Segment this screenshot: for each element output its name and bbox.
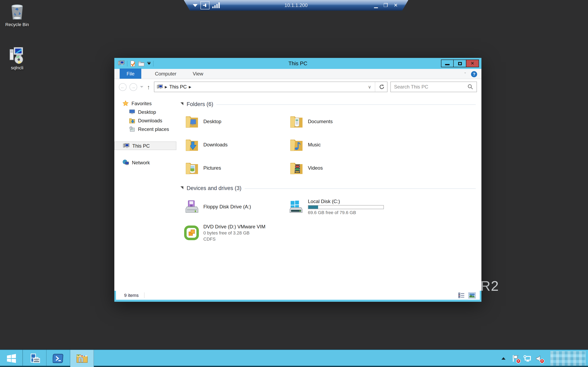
qat-separator: [127, 60, 127, 66]
status-separator: [144, 292, 145, 298]
vmware-console-bar: 10.1.1.200 ▁ ❐ ✕: [184, 0, 408, 11]
refresh-button[interactable]: [379, 84, 385, 90]
address-toolbar: ← → ↑ ▶ This PC ▶ ∨: [114, 79, 481, 95]
nav-recent-places[interactable]: Recent places: [114, 125, 179, 133]
group-divider: [245, 188, 476, 189]
file-explorer-button[interactable]: [70, 350, 94, 367]
system-tray: ✕ ✕: [502, 350, 588, 367]
address-bar[interactable]: ▶ This PC ▶ ∨: [154, 82, 388, 92]
tile-label: Documents: [308, 118, 333, 124]
console-restore-button[interactable]: ❐: [383, 3, 388, 8]
volume-muted-icon[interactable]: ✕: [535, 355, 543, 362]
server-manager-icon: [29, 353, 40, 364]
properties-button[interactable]: [130, 60, 136, 67]
tile-label: DVD Drive (D:) VMware VIM: [203, 224, 265, 230]
item-count: 9 items: [124, 293, 139, 298]
search-icon[interactable]: [467, 84, 473, 90]
tile-downloads[interactable]: Downloads: [184, 133, 288, 156]
close-button[interactable]: ✕: [466, 59, 479, 67]
tile-local-disk-c[interactable]: Local Disk (C:) 69.6 GB free of 79.6 GB: [288, 194, 393, 220]
desktop-screen: 10.1.1.200 ▁ ❐ ✕ Recycle Bin: [0, 0, 588, 367]
collapse-group-icon[interactable]: [181, 186, 183, 189]
nav-favorites[interactable]: Favorites: [114, 99, 179, 108]
server-manager-button[interactable]: [23, 350, 47, 367]
nav-this-pc[interactable]: This PC: [114, 142, 176, 150]
tile-label: Desktop: [203, 118, 221, 124]
help-button[interactable]: ?: [471, 71, 477, 77]
collapse-group-icon[interactable]: [181, 102, 183, 105]
show-hidden-icons-button[interactable]: [502, 357, 506, 360]
tile-label: Pictures: [203, 165, 221, 171]
error-badge: ✕: [516, 359, 521, 363]
dvd-free-text: 0 bytes free of 3.28 GB: [203, 230, 265, 236]
group-header-folders[interactable]: Folders (6): [181, 101, 476, 107]
address-separator: [375, 82, 375, 92]
network-icon: [523, 355, 531, 362]
tile-label: Floppy Disk Drive (A:): [203, 204, 251, 210]
muted-badge: ✕: [540, 359, 544, 363]
tile-label: Music: [308, 142, 321, 147]
start-button[interactable]: [0, 350, 23, 367]
documents-folder-icon: [288, 114, 304, 129]
downloads-folder-icon: [184, 137, 199, 152]
expand-ribbon-icon[interactable]: ˇ: [465, 72, 466, 76]
this-pc-icon: [156, 84, 163, 90]
search-box[interactable]: [390, 82, 477, 92]
tab-computer[interactable]: Computer: [149, 68, 182, 79]
recent-locations-caret-icon[interactable]: [140, 86, 143, 88]
title-bar[interactable]: This PC ✕: [114, 58, 481, 69]
customize-qat-button[interactable]: [147, 62, 151, 65]
up-button[interactable]: ↑: [147, 83, 150, 90]
powershell-icon: [53, 354, 64, 363]
tile-videos[interactable]: Videos: [288, 156, 393, 179]
desktop-icon-label: Recycle Bin: [2, 22, 32, 27]
system-menu-icon[interactable]: [118, 60, 125, 67]
tile-documents[interactable]: Documents: [288, 110, 393, 133]
installer-icon: [8, 46, 26, 64]
tile-floppy-drive[interactable]: Floppy Disk Drive (A:): [184, 194, 288, 220]
clock-redacted-area[interactable]: [550, 351, 586, 366]
breadcrumb-root[interactable]: This PC: [169, 84, 187, 90]
tile-music[interactable]: Music: [288, 133, 393, 156]
forward-button[interactable]: →: [130, 83, 137, 91]
tab-file[interactable]: File: [120, 68, 141, 79]
group-title: Folders (6): [187, 101, 213, 107]
breadcrumb-arrow-icon: ▶: [165, 85, 167, 89]
tile-dvd-drive[interactable]: DVD Drive (D:) VMware VIM 0 bytes free o…: [184, 220, 288, 246]
tile-pictures[interactable]: Pictures: [184, 156, 288, 179]
large-icons-view-button[interactable]: [468, 292, 476, 298]
pictures-folder-icon: [184, 160, 199, 175]
dvd-filesystem-text: CDFS: [203, 236, 265, 242]
maximize-button[interactable]: [454, 59, 466, 67]
address-dropdown-icon[interactable]: ∨: [368, 84, 371, 90]
action-center-icon[interactable]: ✕: [512, 355, 519, 362]
desktop-icon-sqlncli[interactable]: sqlncli: [2, 46, 32, 70]
window-title: This PC: [114, 60, 481, 67]
details-view-button[interactable]: [458, 292, 465, 298]
tab-view[interactable]: View: [187, 68, 209, 79]
desktop-icon-label: sqlncli: [2, 65, 32, 70]
minimize-button[interactable]: [441, 59, 454, 67]
network-status-icon[interactable]: [523, 355, 531, 362]
nav-downloads[interactable]: Downloads: [114, 116, 179, 125]
group-header-devices[interactable]: Devices and drives (3): [181, 185, 476, 191]
local-disk-icon: [288, 199, 304, 215]
desktop-icon-recycle-bin[interactable]: Recycle Bin: [2, 2, 32, 27]
console-close-button[interactable]: ✕: [394, 3, 398, 8]
floppy-drive-icon: [184, 199, 199, 215]
downloads-folder-icon: [129, 118, 135, 123]
new-folder-button[interactable]: [138, 60, 145, 66]
recent-places-icon: [129, 126, 135, 132]
tile-desktop[interactable]: Desktop: [184, 110, 288, 133]
disk-free-text: 69.6 GB free of 79.6 GB: [308, 210, 384, 215]
breadcrumb-arrow-icon[interactable]: ▶: [189, 85, 191, 89]
powershell-button[interactable]: [47, 350, 70, 367]
search-input[interactable]: [394, 84, 467, 90]
nav-label: Favorites: [131, 100, 152, 106]
nav-network[interactable]: Network: [114, 158, 179, 167]
console-minimize-button[interactable]: ▁: [374, 3, 378, 8]
file-list-area: Folders (6) Desktop: [179, 95, 481, 291]
nav-desktop[interactable]: Desktop: [114, 108, 179, 116]
back-button[interactable]: ←: [119, 83, 127, 91]
windows-logo-icon: [6, 354, 17, 363]
